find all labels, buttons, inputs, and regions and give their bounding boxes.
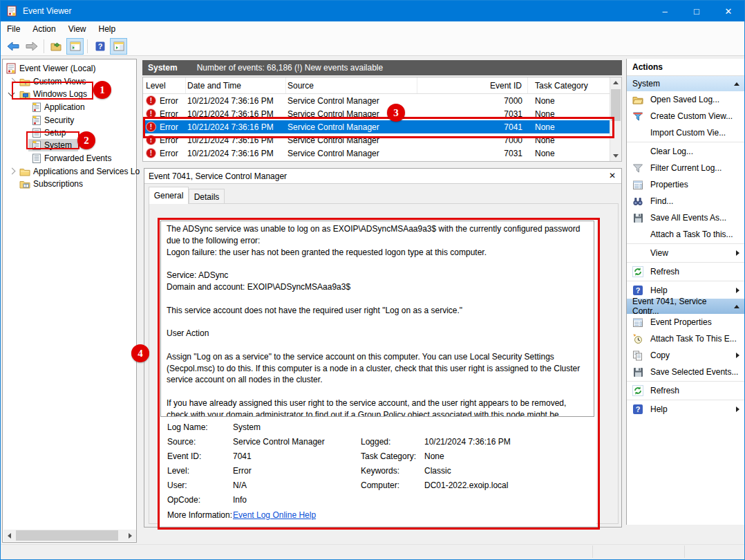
scroll-down-icon[interactable] — [613, 154, 619, 158]
column-header-event-id[interactable]: Event ID — [417, 77, 528, 93]
svg-text:?: ? — [636, 405, 641, 413]
tree-item-event-viewer-root[interactable]: Event Viewer (Local) — [6, 62, 96, 75]
column-header-date[interactable]: Date and Time — [186, 77, 286, 93]
tree-item-windows-logs[interactable]: Windows Logs — [19, 88, 87, 100]
event-list: Level Date and Time Source Event ID Task… — [142, 77, 622, 162]
tree-item-subscriptions[interactable]: Subscriptions — [19, 178, 83, 190]
action-refresh[interactable]: Refresh — [627, 263, 745, 280]
properties-icon — [632, 179, 643, 190]
action-filter-current-log[interactable]: Filter Current Log... — [627, 160, 745, 176]
field-value: DC01-2022.exoip.local — [424, 480, 508, 490]
section-header-label: Event 7041, Service Contr... — [632, 297, 734, 316]
tree-item-custom-views[interactable]: Custom Views — [19, 75, 86, 88]
action-clear-log[interactable]: Clear Log... — [627, 143, 745, 160]
event-row[interactable]: !Error 10/21/2024 7:36:16 PM Service Con… — [143, 94, 621, 107]
filter-color-icon — [632, 111, 643, 122]
tree-item-applications-services-logs[interactable]: Applications and Services Lo — [19, 165, 140, 178]
actions-section-system[interactable]: System — [627, 76, 745, 91]
tree-item-system[interactable]: System — [32, 139, 72, 151]
column-header-task-category[interactable]: Task Category — [528, 77, 604, 93]
tab-details[interactable]: Details — [189, 189, 225, 204]
field-label: Log Name: — [167, 422, 208, 432]
action-attach-task-to-event[interactable]: Attach Task To This E... — [627, 330, 745, 347]
horizontal-splitter[interactable] — [142, 162, 622, 168]
action-save-selected-events[interactable]: Save Selected Events... — [627, 364, 745, 380]
action-find[interactable]: Find... — [627, 193, 745, 209]
folder-windows-logs-icon — [19, 90, 30, 99]
no-icon — [632, 229, 643, 240]
field-label: Logged: — [361, 437, 390, 447]
action-create-custom-view[interactable]: Create Custom View... — [627, 108, 745, 124]
chevron-right-icon[interactable] — [9, 78, 16, 85]
collapse-icon[interactable] — [734, 305, 739, 308]
field-value: Info — [233, 495, 247, 505]
collapse-icon[interactable] — [734, 82, 739, 86]
action-view[interactable]: View — [627, 245, 745, 261]
help-button[interactable]: ? — [91, 38, 109, 55]
actions-separator — [627, 400, 745, 400]
scrollbar-thumb[interactable] — [16, 530, 118, 541]
event-log-online-help-link[interactable]: Event Log Online Help — [233, 510, 316, 520]
event-row[interactable]: !Error 10/21/2024 7:36:16 PM Service Con… — [143, 133, 621, 147]
column-header-source[interactable]: Source — [286, 77, 417, 93]
task-category-cell: None — [528, 149, 604, 158]
tree-horizontal-scrollbar[interactable] — [3, 530, 136, 541]
minimize-button[interactable]: – — [649, 1, 681, 21]
show-console-tree-button[interactable] — [66, 38, 84, 55]
chevron-down-icon[interactable] — [8, 90, 15, 97]
close-icon[interactable]: ✕ — [609, 171, 616, 180]
field-label: Source: — [167, 437, 196, 447]
action-label: Attach a Task To this... — [650, 230, 733, 239]
action-open-saved-log[interactable]: Open Saved Log... — [627, 91, 745, 108]
tree-item-label: Application — [44, 102, 85, 112]
action-properties[interactable]: Properties — [627, 176, 745, 193]
event-list-scrollbar[interactable] — [610, 77, 621, 161]
maximize-button[interactable]: □ — [681, 1, 713, 21]
scroll-up-icon[interactable] — [613, 81, 619, 84]
field-value: Service Control Manager — [233, 437, 325, 447]
action-label: Refresh — [650, 386, 679, 395]
event-row-selected[interactable]: !Error 10/21/2024 7:36:16 PM Service Con… — [143, 120, 621, 133]
action-refresh-event[interactable]: Refresh — [627, 382, 745, 399]
menu-view[interactable]: View — [62, 21, 93, 37]
tree-item-application[interactable]: Application — [32, 101, 85, 113]
action-help-event[interactable]: ? Help — [627, 401, 745, 418]
task-category-cell: None — [528, 109, 604, 119]
action-copy[interactable]: Copy — [627, 347, 745, 364]
action-save-all-events-as[interactable]: Save All Events As... — [627, 209, 745, 226]
chevron-right-icon[interactable] — [9, 168, 16, 175]
action-attach-task-to-log[interactable]: Attach a Task To this... — [627, 226, 745, 243]
show-action-pane-button[interactable] — [110, 38, 127, 55]
event-description[interactable]: The ADSync service was unable to log on … — [160, 221, 594, 417]
menu-file[interactable]: File — [1, 21, 26, 37]
menu-help[interactable]: Help — [93, 21, 122, 37]
export-button[interactable] — [48, 38, 65, 55]
forward-button[interactable] — [23, 38, 40, 55]
event-row[interactable]: !Error 10/21/2024 7:36:16 PM Service Con… — [143, 107, 621, 120]
toolbar: ? — [1, 37, 744, 56]
field-value: Classic — [424, 466, 451, 476]
field-label: OpCode: — [167, 495, 200, 505]
log-file-icon — [32, 140, 41, 150]
column-header-level[interactable]: Level — [143, 77, 186, 93]
tree-item-security[interactable]: Security — [32, 114, 74, 127]
back-button[interactable] — [4, 38, 21, 55]
scroll-left-icon[interactable] — [8, 533, 11, 539]
action-import-custom-view[interactable]: Import Custom Vie... — [627, 124, 745, 141]
tree-item-label: Event Viewer (Local) — [19, 64, 96, 73]
tab-general[interactable]: General — [149, 187, 189, 204]
tree-item-setup[interactable]: Setup — [32, 127, 66, 139]
error-icon: ! — [146, 109, 156, 119]
annotation-badge-3: 3 — [387, 104, 405, 122]
copy-icon — [632, 350, 643, 361]
actions-section-event[interactable]: Event 7041, Service Contr... — [627, 299, 745, 314]
level-cell: Error — [160, 122, 178, 132]
menu-action[interactable]: Action — [26, 21, 62, 37]
event-row[interactable]: !Error 10/21/2024 7:36:16 PM Service Con… — [143, 147, 621, 160]
tree-item-forwarded-events[interactable]: Forwarded Events — [32, 152, 111, 165]
close-button[interactable]: ✕ — [713, 1, 744, 21]
console-tree-panel: Event Viewer (Local) Custom Views Window… — [2, 59, 137, 543]
scroll-right-icon[interactable] — [129, 533, 132, 539]
action-event-properties[interactable]: Event Properties — [627, 314, 745, 330]
scrollbar-thumb[interactable] — [611, 89, 621, 121]
